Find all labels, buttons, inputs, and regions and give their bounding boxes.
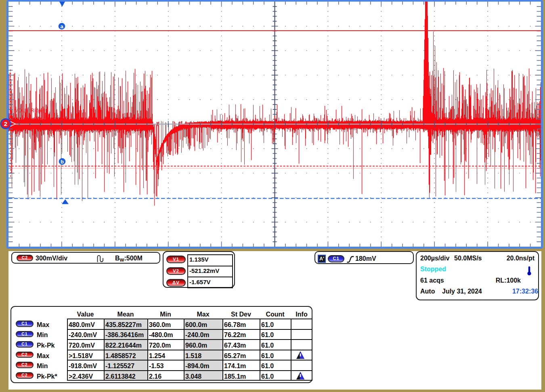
svg-text:b: b bbox=[61, 159, 64, 165]
svg-text:a: a bbox=[60, 23, 63, 29]
svg-text:VOUT Ripple: VOUT Ripple bbox=[15, 107, 45, 113]
svg-text:2: 2 bbox=[4, 120, 7, 127]
